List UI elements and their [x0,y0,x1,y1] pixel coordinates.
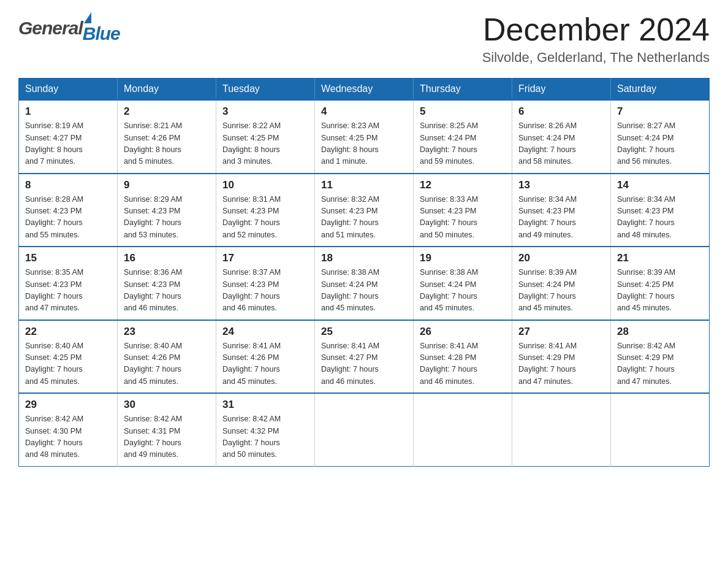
day-info: Sunrise: 8:36 AMSunset: 4:23 PMDaylight:… [124,267,210,315]
day-number: 6 [518,105,604,118]
calendar-cell [611,393,710,466]
day-info: Sunrise: 8:42 AMSunset: 4:32 PMDaylight:… [222,413,308,461]
day-info: Sunrise: 8:40 AMSunset: 4:26 PMDaylight:… [124,340,210,388]
day-info: Sunrise: 8:41 AMSunset: 4:29 PMDaylight:… [518,340,604,388]
day-number: 31 [222,399,308,411]
calendar-cell [414,393,512,466]
day-info: Sunrise: 8:37 AMSunset: 4:23 PMDaylight:… [222,267,308,315]
calendar-cell: 14Sunrise: 8:34 AMSunset: 4:23 PMDayligh… [611,174,710,247]
day-info: Sunrise: 8:31 AMSunset: 4:23 PMDaylight:… [222,194,308,242]
calendar-cell: 31Sunrise: 8:42 AMSunset: 4:32 PMDayligh… [216,393,315,466]
day-info: Sunrise: 8:40 AMSunset: 4:25 PMDaylight:… [25,340,111,388]
month-title: December 2024 [482,12,710,47]
calendar-cell: 22Sunrise: 8:40 AMSunset: 4:25 PMDayligh… [19,320,118,394]
day-info: Sunrise: 8:39 AMSunset: 4:24 PMDaylight:… [518,267,604,315]
day-number: 3 [222,105,308,118]
calendar-cell: 24Sunrise: 8:41 AMSunset: 4:26 PMDayligh… [216,320,315,394]
calendar-cell: 18Sunrise: 8:38 AMSunset: 4:24 PMDayligh… [315,247,414,320]
day-info: Sunrise: 8:32 AMSunset: 4:23 PMDaylight:… [321,194,407,242]
day-number: 14 [617,179,703,191]
day-number: 25 [321,326,407,338]
day-info: Sunrise: 8:23 AMSunset: 4:25 PMDaylight:… [321,120,407,168]
calendar-cell: 12Sunrise: 8:33 AMSunset: 4:23 PMDayligh… [414,174,512,247]
day-number: 12 [420,179,506,191]
calendar-cell: 27Sunrise: 8:41 AMSunset: 4:29 PMDayligh… [512,320,611,394]
day-info: Sunrise: 8:28 AMSunset: 4:23 PMDaylight:… [25,194,111,242]
day-number: 7 [617,105,703,118]
logo-blue-block: Blue [83,12,120,44]
day-number: 27 [518,326,604,338]
day-number: 19 [420,252,506,264]
calendar-cell: 3Sunrise: 8:22 AMSunset: 4:25 PMDaylight… [216,100,315,174]
day-number: 24 [222,326,308,338]
day-info: Sunrise: 8:39 AMSunset: 4:25 PMDaylight:… [617,267,703,315]
day-number: 20 [518,252,604,264]
calendar-cell: 21Sunrise: 8:39 AMSunset: 4:25 PMDayligh… [611,247,710,320]
calendar-cell [315,393,414,466]
header-sunday: Sunday [19,79,118,101]
header-saturday: Saturday [611,79,710,101]
day-info: Sunrise: 8:25 AMSunset: 4:24 PMDaylight:… [420,120,506,168]
header-monday: Monday [118,79,216,101]
day-info: Sunrise: 8:41 AMSunset: 4:26 PMDaylight:… [222,340,308,388]
day-number: 26 [420,326,506,338]
day-number: 13 [518,179,604,191]
day-number: 22 [25,326,111,338]
calendar-cell: 15Sunrise: 8:35 AMSunset: 4:23 PMDayligh… [19,247,118,320]
day-number: 16 [124,252,210,264]
calendar-cell: 9Sunrise: 8:29 AMSunset: 4:23 PMDaylight… [118,174,216,247]
calendar-cell: 19Sunrise: 8:38 AMSunset: 4:24 PMDayligh… [414,247,512,320]
calendar-cell: 7Sunrise: 8:27 AMSunset: 4:24 PMDaylight… [611,100,710,174]
header-tuesday: Tuesday [216,79,315,101]
page-header: General Blue December 2024 Silvolde, Gel… [18,12,710,66]
day-number: 9 [124,179,210,191]
day-info: Sunrise: 8:22 AMSunset: 4:25 PMDaylight:… [222,120,308,168]
header-thursday: Thursday [414,79,512,101]
day-number: 29 [25,399,111,411]
calendar-cell: 17Sunrise: 8:37 AMSunset: 4:23 PMDayligh… [216,247,315,320]
calendar-week-4: 22Sunrise: 8:40 AMSunset: 4:25 PMDayligh… [19,320,710,394]
logo-general-text: General [18,18,83,39]
calendar-week-3: 15Sunrise: 8:35 AMSunset: 4:23 PMDayligh… [19,247,710,320]
logo-blue-text: Blue [83,23,120,44]
day-info: Sunrise: 8:38 AMSunset: 4:24 PMDaylight:… [420,267,506,315]
calendar-cell: 6Sunrise: 8:26 AMSunset: 4:24 PMDaylight… [512,100,611,174]
calendar-cell: 30Sunrise: 8:42 AMSunset: 4:31 PMDayligh… [118,393,216,466]
calendar-cell: 11Sunrise: 8:32 AMSunset: 4:23 PMDayligh… [315,174,414,247]
day-info: Sunrise: 8:21 AMSunset: 4:26 PMDaylight:… [124,120,210,168]
calendar-cell: 10Sunrise: 8:31 AMSunset: 4:23 PMDayligh… [216,174,315,247]
header-wednesday: Wednesday [315,79,414,101]
calendar-cell: 1Sunrise: 8:19 AMSunset: 4:27 PMDaylight… [19,100,118,174]
title-section: December 2024 Silvolde, Gelderland, The … [482,12,710,66]
day-number: 5 [420,105,506,118]
calendar-cell [512,393,611,466]
calendar-cell: 8Sunrise: 8:28 AMSunset: 4:23 PMDaylight… [19,174,118,247]
day-info: Sunrise: 8:41 AMSunset: 4:27 PMDaylight:… [321,340,407,388]
day-info: Sunrise: 8:29 AMSunset: 4:23 PMDaylight:… [124,194,210,242]
calendar-cell: 2Sunrise: 8:21 AMSunset: 4:26 PMDaylight… [118,100,216,174]
calendar-cell: 23Sunrise: 8:40 AMSunset: 4:26 PMDayligh… [118,320,216,394]
day-info: Sunrise: 8:27 AMSunset: 4:24 PMDaylight:… [617,120,703,168]
calendar-cell: 25Sunrise: 8:41 AMSunset: 4:27 PMDayligh… [315,320,414,394]
day-number: 21 [617,252,703,264]
calendar-cell: 29Sunrise: 8:42 AMSunset: 4:30 PMDayligh… [19,393,118,466]
day-number: 11 [321,179,407,191]
day-number: 30 [124,399,210,411]
calendar-cell: 5Sunrise: 8:25 AMSunset: 4:24 PMDaylight… [414,100,512,174]
logo: General Blue [18,12,120,44]
day-info: Sunrise: 8:42 AMSunset: 4:29 PMDaylight:… [617,340,703,388]
calendar-week-5: 29Sunrise: 8:42 AMSunset: 4:30 PMDayligh… [19,393,710,466]
day-info: Sunrise: 8:42 AMSunset: 4:30 PMDaylight:… [25,413,111,461]
day-info: Sunrise: 8:42 AMSunset: 4:31 PMDaylight:… [124,413,210,461]
day-number: 10 [222,179,308,191]
day-number: 23 [124,326,210,338]
calendar-cell: 26Sunrise: 8:41 AMSunset: 4:28 PMDayligh… [414,320,512,394]
calendar-cell: 16Sunrise: 8:36 AMSunset: 4:23 PMDayligh… [118,247,216,320]
day-number: 8 [25,179,111,191]
calendar-cell: 4Sunrise: 8:23 AMSunset: 4:25 PMDaylight… [315,100,414,174]
header-friday: Friday [512,79,611,101]
day-info: Sunrise: 8:38 AMSunset: 4:24 PMDaylight:… [321,267,407,315]
logo-triangle-icon [84,12,91,23]
calendar-header-row: Sunday Monday Tuesday Wednesday Thursday… [19,79,710,101]
day-number: 17 [222,252,308,264]
